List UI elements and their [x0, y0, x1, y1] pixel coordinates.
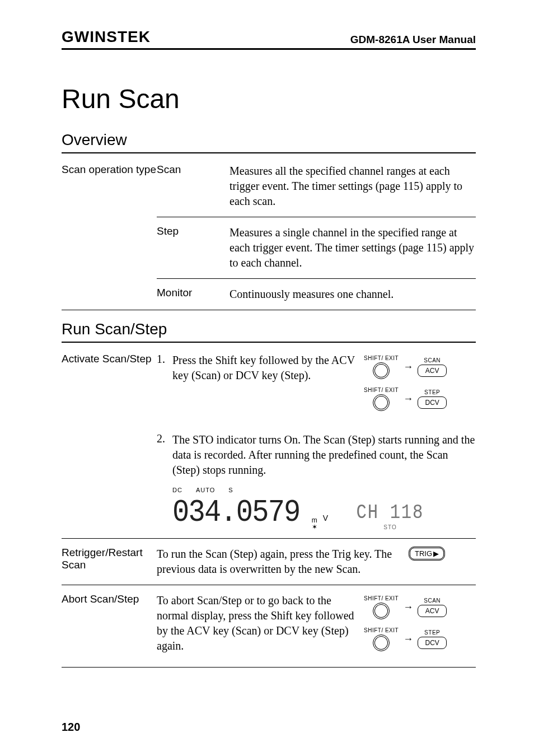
arrow-icon: →	[403, 361, 413, 373]
page-title: Run Scan	[62, 83, 476, 114]
lcd-s-indicator: S	[228, 487, 233, 493]
scan-desc: Measures all the specified channel range…	[229, 164, 476, 209]
shift-button-icon-2	[373, 394, 390, 411]
step1-number: 1.	[157, 353, 172, 366]
lcd-display: DC AUTO S 034.0579 m ✶ V CH 118	[157, 484, 476, 530]
activate-label: Activate Scan/Step	[62, 353, 157, 365]
step-label-1: STEP	[424, 389, 440, 395]
trig-button-icon: TRIG▶	[409, 547, 445, 561]
lcd-unit-v: V	[323, 514, 328, 522]
shift-label-3: SHIFT/ EXIT	[364, 595, 399, 601]
shift-label-1: SHIFT/ EXIT	[364, 355, 399, 361]
lcd-dc-indicator: DC	[172, 487, 182, 493]
lcd-auto-indicator: AUTO	[196, 487, 215, 493]
lcd-sto-indicator: STO	[383, 524, 396, 530]
trig-label: TRIG	[415, 549, 432, 558]
scan-op-type-label: Scan operation type	[62, 164, 157, 176]
arrow-icon-3: →	[403, 601, 413, 613]
overview-heading: Overview	[62, 131, 476, 153]
step-desc: Measures a single channel in the specifi…	[229, 225, 476, 270]
step1-text: Press the Shift key followed by the ACV …	[172, 353, 364, 383]
arrow-icon-4: →	[403, 633, 413, 645]
shift-label-4: SHIFT/ EXIT	[364, 627, 399, 633]
play-icon: ▶	[433, 549, 439, 558]
acv-button-icon-2: ACV	[418, 605, 447, 617]
lcd-star-icon: ✶	[312, 524, 317, 530]
step-key: Step	[157, 225, 229, 237]
lcd-main-reading: 034.0579	[172, 494, 300, 530]
runscan-heading: Run Scan/Step	[62, 320, 476, 343]
shift-button-icon-3	[373, 603, 390, 619]
shift-button-icon	[373, 362, 390, 379]
lcd-secondary-reading: CH 118	[357, 501, 424, 524]
retrigger-label: Retrigger/Restart Scan	[62, 547, 157, 571]
retrigger-text: To run the Scan (Step) again, press the …	[157, 547, 409, 577]
monitor-desc: Continuously measures one channel.	[229, 287, 476, 302]
scan-key: Scan	[157, 164, 229, 176]
page-number: 120	[62, 721, 80, 734]
acv-button-icon: ACV	[418, 365, 447, 377]
step2-text: The STO indicator turns On. The Scan (St…	[172, 432, 476, 478]
dcv-button-icon: DCV	[418, 396, 447, 409]
manual-title: GDM-8261A User Manual	[350, 34, 476, 46]
shift-button-icon-4	[373, 634, 390, 651]
shift-label-2: SHIFT/ EXIT	[364, 387, 399, 393]
step2-number: 2.	[157, 432, 172, 445]
step-label-2: STEP	[424, 629, 440, 636]
abort-text: To abort Scan/Step or to go back to the …	[157, 593, 364, 654]
abort-label: Abort Scan/Step	[62, 593, 157, 605]
arrow-icon-2: →	[403, 393, 413, 405]
scan-label-1: SCAN	[424, 357, 441, 363]
dcv-button-icon-2: DCV	[418, 637, 447, 649]
brand-logo: GWINSTEK	[62, 28, 151, 46]
monitor-key: Monitor	[157, 287, 229, 299]
scan-label-2: SCAN	[424, 598, 441, 604]
